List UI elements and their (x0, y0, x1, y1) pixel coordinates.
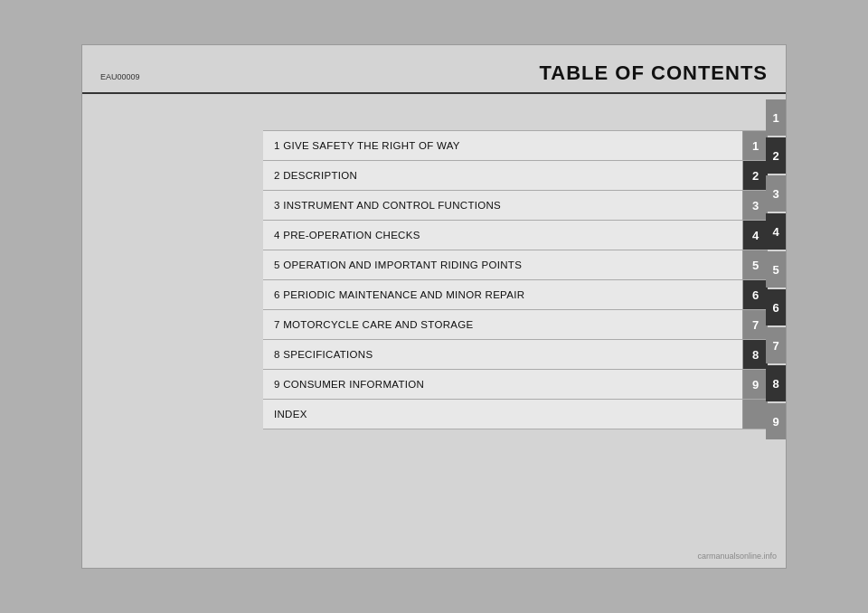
toc-cell: 2 DESCRIPTION (263, 161, 742, 190)
side-tab-1[interactable]: 1 (766, 99, 786, 136)
side-tab-2[interactable]: 2 (766, 137, 786, 174)
toc-row[interactable]: 4 PRE-OPERATION CHECKS4 (263, 221, 768, 250)
side-tab-6[interactable]: 6 (766, 289, 786, 325)
side-tab-8[interactable]: 8 (766, 365, 786, 401)
toc-cell: 4 PRE-OPERATION CHECKS (263, 221, 742, 250)
toc-list: 1 GIVE SAFETY THE RIGHT OF WAY12 DESCRIP… (263, 130, 768, 429)
toc-number-tab: 8 (742, 340, 768, 369)
toc-number-tab: 7 (742, 310, 768, 339)
watermark: carmanualsonline.info (697, 552, 777, 561)
toc-number-tab: 2 (742, 161, 768, 190)
toc-number-tab: 4 (742, 221, 768, 250)
toc-number-tab: 9 (742, 370, 768, 399)
toc-cell: 3 INSTRUMENT AND CONTROL FUNCTIONS (263, 191, 742, 220)
toc-number-tab: 5 (742, 250, 768, 279)
side-tab-7[interactable]: 7 (766, 327, 786, 363)
page-title: TABLE OF CONTENTS (540, 61, 768, 85)
toc-cell: 7 MOTORCYCLE CARE AND STORAGE (263, 310, 742, 339)
page-container: EAU00009 TABLE OF CONTENTS 1 GIVE SAFETY… (81, 44, 787, 569)
toc-row[interactable]: 8 SPECIFICATIONS8 (263, 340, 768, 370)
content-area: 1 GIVE SAFETY THE RIGHT OF WAY12 DESCRIP… (82, 94, 786, 448)
side-tab-4[interactable]: 4 (766, 213, 786, 250)
toc-number-tab: 3 (742, 191, 768, 220)
toc-row[interactable]: 3 INSTRUMENT AND CONTROL FUNCTIONS3 (263, 191, 768, 221)
side-tab-5[interactable]: 5 (766, 251, 786, 288)
toc-cell: 1 GIVE SAFETY THE RIGHT OF WAY (263, 131, 742, 160)
header-area: EAU00009 TABLE OF CONTENTS (82, 45, 786, 94)
doc-code: EAU00009 (100, 72, 140, 85)
toc-cell: 6 PERIODIC MAINTENANCE AND MINOR REPAIR (263, 280, 742, 309)
toc-cell: 8 SPECIFICATIONS (263, 340, 742, 369)
side-tabs: 123456789 (766, 99, 786, 439)
toc-number-tab: 6 (742, 280, 768, 309)
toc-row[interactable]: 7 MOTORCYCLE CARE AND STORAGE7 (263, 310, 768, 340)
side-tab-3[interactable]: 3 (766, 175, 786, 212)
toc-row[interactable]: 1 GIVE SAFETY THE RIGHT OF WAY1 (263, 130, 768, 161)
toc-row[interactable]: 6 PERIODIC MAINTENANCE AND MINOR REPAIR6 (263, 280, 768, 310)
toc-number-tab (742, 400, 768, 429)
toc-row[interactable]: 5 OPERATION AND IMPORTANT RIDING POINTS5 (263, 250, 768, 280)
toc-row[interactable]: 2 DESCRIPTION2 (263, 161, 768, 191)
toc-number-tab: 1 (742, 131, 768, 160)
side-tab-9[interactable]: 9 (766, 403, 786, 439)
toc-cell: 9 CONSUMER INFORMATION (263, 370, 742, 399)
toc-cell: INDEX (263, 400, 742, 429)
toc-row[interactable]: 9 CONSUMER INFORMATION9 (263, 370, 768, 400)
toc-cell: 5 OPERATION AND IMPORTANT RIDING POINTS (263, 250, 742, 279)
toc-row[interactable]: INDEX (263, 400, 768, 429)
